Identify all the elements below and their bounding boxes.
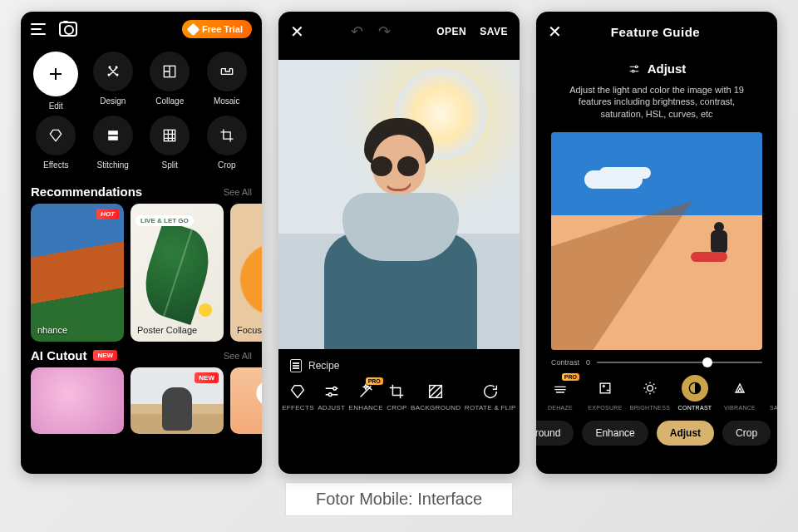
adjust-heading: Adjust [628, 62, 687, 76]
svg-rect-2 [108, 136, 118, 140]
home-screen: Free Trial Edit Design Collage Mosaic Ef… [21, 12, 262, 474]
adjust-toolbar: PRO Dehaze Exposure Brightness Contrast … [536, 367, 777, 411]
menu-icon[interactable] [31, 23, 46, 35]
adjust-description: Adjust the light and color the image wit… [554, 84, 759, 121]
tool-stitching[interactable]: Stitching [85, 116, 142, 170]
svg-point-4 [333, 387, 337, 391]
tool-edit[interactable]: Edit [27, 52, 85, 111]
edit-tool-label: Crop [387, 404, 406, 411]
pill-crop[interactable]: Crop [722, 421, 771, 446]
rec-card-focus[interactable]: Focus [230, 204, 262, 342]
top-bar: Free Trial [21, 12, 262, 47]
contrast-slider[interactable] [597, 362, 762, 363]
adjust-tool-label: Vibrance [724, 405, 756, 411]
hot-badge: HOT [96, 209, 119, 219]
edit-tool-effects[interactable]: Effects [282, 382, 314, 411]
svg-rect-1 [108, 131, 118, 135]
edit-tool-background[interactable]: Background [411, 382, 461, 411]
page-title: Feature Guide [562, 25, 749, 39]
tool-label: Mosaic [214, 96, 240, 106]
card-label: Focus [237, 325, 262, 335]
diamond-icon [187, 22, 200, 36]
recipe-button[interactable]: Recipe [278, 349, 520, 376]
adjust-tool-label: Saturati [770, 405, 777, 411]
figure-caption: Fotor Mobile: Interface [285, 482, 513, 516]
contrast-slider-row: Contrast 0 [536, 358, 777, 367]
guide-preview-image [551, 132, 762, 350]
editor-screen: ✕ ↶ ↷ OPEN SAVE Recipe Effects Adjust [278, 12, 520, 474]
section-title: AI Cutout [31, 348, 86, 362]
edit-tool-label: Rotate & Flip [465, 404, 516, 411]
ai-cutout-row: NEW [21, 367, 262, 434]
slider-value: 0 [586, 358, 590, 367]
tool-crop[interactable]: Crop [199, 116, 256, 170]
svg-rect-9 [600, 383, 610, 393]
rec-card-poster[interactable]: LIVE & LET GO Poster Collage [131, 204, 224, 342]
adjust-tool-contrast[interactable]: Contrast [674, 375, 716, 411]
section-title: Recommendations [31, 185, 142, 199]
recommendations-header: Recommendations See All [21, 178, 262, 204]
edit-tool-enhance[interactable]: PRO Enhance [349, 382, 383, 411]
guide-top-bar: ✕ Feature Guide [536, 12, 777, 52]
camera-icon[interactable] [59, 22, 77, 37]
tool-design[interactable]: Design [85, 52, 142, 111]
edit-tool-rotate[interactable]: Rotate & Flip [465, 382, 516, 411]
card-label: nhance [37, 325, 67, 335]
edit-tool-label: Background [411, 404, 461, 411]
tool-label: Split [162, 160, 178, 170]
edit-tool-label: Effects [282, 404, 314, 411]
cutout-card[interactable] [230, 367, 262, 434]
tool-label: Design [100, 96, 126, 106]
editor-canvas[interactable] [278, 60, 520, 349]
svg-point-10 [648, 386, 653, 392]
free-trial-label: Free Trial [202, 24, 243, 34]
free-trial-button[interactable]: Free Trial [182, 20, 252, 38]
feature-pill-row: kground Enhance Adjust Crop Stitching [536, 411, 777, 446]
see-all-link[interactable]: See All [224, 187, 252, 197]
close-icon[interactable]: ✕ [548, 22, 562, 42]
close-icon[interactable]: ✕ [290, 22, 304, 42]
feature-guide-content: Adjust Adjust the light and color the im… [536, 52, 777, 121]
tool-effects[interactable]: Effects [27, 116, 85, 170]
save-button[interactable]: SAVE [480, 26, 508, 37]
edit-tool-crop[interactable]: Crop [387, 382, 406, 411]
tool-collage[interactable]: Collage [141, 52, 199, 111]
tool-grid: Edit Design Collage Mosaic Effects Stitc… [21, 47, 262, 178]
open-button[interactable]: OPEN [436, 26, 466, 37]
recommendations-row: HOT nhance LIVE & LET GO Poster Collage … [21, 204, 262, 342]
new-badge: NEW [93, 350, 117, 361]
tool-label: Collage [155, 96, 184, 106]
card-label: Poster Collage [137, 325, 197, 335]
slider-label: Contrast [551, 358, 579, 367]
undo-icon[interactable]: ↶ [351, 22, 363, 41]
cutout-card[interactable]: NEW [131, 367, 224, 434]
edit-tool-adjust[interactable]: Adjust [318, 382, 345, 411]
recipe-icon [290, 359, 302, 372]
pill-adjust[interactable]: Adjust [657, 421, 714, 446]
editor-top-bar: ✕ ↶ ↷ OPEN SAVE [278, 12, 520, 52]
pro-badge: PRO [562, 373, 579, 381]
heart-icon [260, 384, 262, 417]
tool-label: Effects [43, 160, 68, 170]
pill-background[interactable]: kground [536, 421, 574, 446]
adjust-tool-exposure[interactable]: Exposure [584, 375, 626, 411]
ai-cutout-header: AI Cutout NEW See All [21, 342, 262, 367]
rec-card-enhance[interactable]: HOT nhance [31, 204, 124, 342]
redo-icon[interactable]: ↷ [378, 22, 391, 41]
adjust-tool-dehaze[interactable]: PRO Dehaze [539, 375, 581, 411]
tool-mosaic[interactable]: Mosaic [199, 52, 256, 111]
adjust-tool-brightness[interactable]: Brightness [629, 375, 671, 411]
pill-enhance[interactable]: Enhance [582, 421, 648, 446]
see-all-link[interactable]: See All [224, 351, 252, 361]
tool-label: Edit [49, 101, 63, 111]
edit-tool-label: Adjust [318, 404, 345, 411]
cutout-card[interactable] [31, 367, 124, 434]
card-banner: LIVE & LET GO [135, 215, 194, 226]
adjust-tool-vibrance[interactable]: Vibrance [719, 375, 761, 411]
tool-label: Stitching [97, 160, 129, 170]
tool-split[interactable]: Split [141, 116, 199, 170]
new-badge: NEW [195, 372, 219, 383]
adjust-tool-label: Brightness [630, 405, 671, 411]
feature-guide-screen: ✕ Feature Guide Adjust Adjust the light … [536, 12, 777, 474]
adjust-tool-saturation[interactable]: Saturati [764, 375, 777, 411]
